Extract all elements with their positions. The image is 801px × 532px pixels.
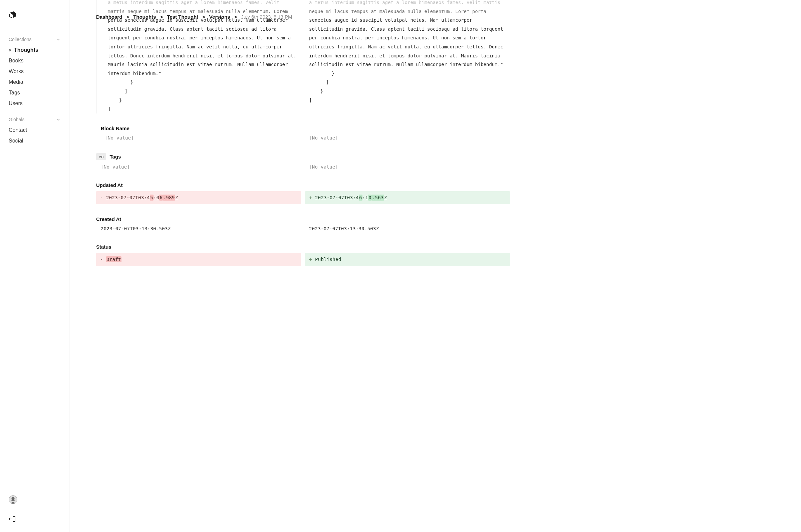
logo-wrap [0,0,69,20]
chevron-right-icon: > [126,14,129,20]
nav-section-globals[interactable]: Globals [0,114,69,125]
status-removed: -Draft [96,253,301,266]
field-label-created-at: Created At [96,216,510,222]
nav-section-collections[interactable]: Collections [0,34,69,45]
sidebar: Collections Thoughts Books Works Media T… [0,0,70,532]
created-at-right: 2023-07-07T03:13:30.503Z [305,225,510,232]
nav-item-thoughts[interactable]: Thoughts [0,45,69,55]
nav: Collections Thoughts Books Works Media T… [0,20,69,495]
nav-item-users[interactable]: Users [0,98,69,109]
chevron-down-icon [56,37,60,41]
user-avatar[interactable] [9,495,17,504]
breadcrumb-doc[interactable]: Test Thought [167,14,198,20]
nav-item-label: Thoughts [14,47,38,53]
chevron-down-icon [56,117,60,121]
main: a metus interdum sagittis aget a lorem h… [70,0,801,532]
payload-logo-icon[interactable] [9,11,17,19]
breadcrumb-versions[interactable]: Versions [209,14,230,20]
breadcrumbs: Dashboard > Thoughts > Test Thought > Ve… [96,14,774,20]
block-name-right: [No value] [305,134,510,141]
field-label-block-name: Block Name [96,126,510,131]
logout-icon[interactable] [9,515,16,522]
updated-at-added: +2023-07-07T03:46:10.563Z [305,191,510,205]
nav-item-works[interactable]: Works [0,66,69,77]
updated-at-removed: -2023-07-07T03:45:06.989Z [96,191,301,205]
svg-rect-2 [11,500,14,501]
field-label-tags: Tags [110,154,121,159]
nav-item-media[interactable]: Media [0,77,69,88]
breadcrumb-thoughts[interactable]: Thoughts [133,14,156,20]
breadcrumb-dashboard[interactable]: Dashboard [96,14,122,20]
tags-left: [No value] [96,164,301,170]
nav-item-contact[interactable]: Contact [0,125,69,135]
created-at-left: 2023-07-07T03:13:30.503Z [96,225,301,232]
field-label-status: Status [96,244,510,250]
chevron-right-icon: > [234,14,237,20]
nav-section-label: Globals [9,117,24,122]
block-name-left: [No value] [96,134,301,141]
chevron-right-icon [9,49,11,51]
sidebar-bottom [0,495,69,532]
locale-badge: en [96,153,106,160]
tags-right: [No value] [305,164,510,170]
nav-section-label: Collections [9,37,31,42]
nav-item-tags[interactable]: Tags [0,88,69,98]
field-label-updated-at: Updated At [96,182,510,188]
nav-item-books[interactable]: Books [0,55,69,66]
breadcrumb-current: July 6th 2023, 8:13 PM [241,14,292,20]
status-added: +Published [305,253,510,266]
nav-item-social[interactable]: Social [0,135,69,146]
chevron-right-icon: > [202,14,205,20]
chevron-right-icon: > [160,14,163,20]
